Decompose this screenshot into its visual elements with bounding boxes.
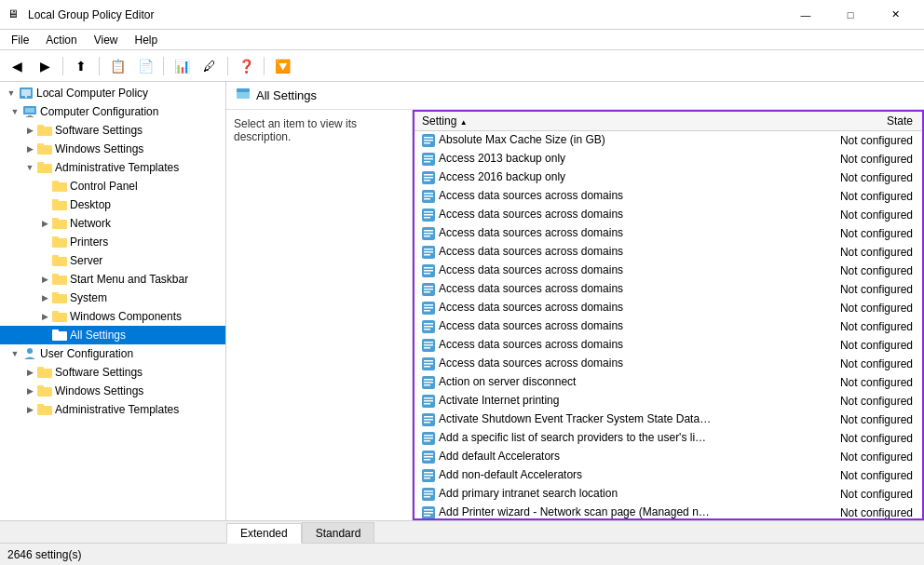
- menu-item-view[interactable]: View: [87, 32, 126, 48]
- expander-all: ▶: [37, 328, 52, 343]
- setting-cell: Add non-default Accelerators: [414, 466, 719, 485]
- table-row[interactable]: Access data sources across domainsNot co…: [414, 262, 922, 280]
- setting-cell: Add default Accelerators: [414, 448, 719, 466]
- state-cell: Not configured: [719, 392, 922, 410]
- policy-row-icon: [422, 227, 435, 240]
- main-container: ▼ Local Computer Policy ▼ Computer Confi…: [0, 82, 924, 520]
- up-button[interactable]: ⬆: [68, 53, 94, 79]
- svg-rect-87: [424, 347, 430, 349]
- sidebar-item-system[interactable]: ▶ System: [0, 289, 225, 307]
- table-row[interactable]: Add non-default AcceleratorsNot configur…: [414, 466, 922, 485]
- settings-table-container[interactable]: Setting State Absolute Max Cache Size (i…: [414, 112, 922, 518]
- table-row[interactable]: Add Printer wizard - Network scan page (…: [414, 504, 922, 519]
- table-row[interactable]: Access data sources across domainsNot co…: [414, 206, 922, 224]
- sidebar-item-admin-templates[interactable]: ▼ Administrative Templates: [0, 158, 225, 177]
- expander-software: ▶: [22, 123, 37, 138]
- setting-name: Access data sources across domains: [439, 226, 623, 239]
- tab-standard[interactable]: Standard: [302, 522, 375, 543]
- folder-system-icon: [52, 290, 67, 305]
- table-row[interactable]: Access data sources across domainsNot co…: [414, 187, 922, 206]
- folder-all-icon: [52, 328, 67, 343]
- help-button[interactable]: ❓: [233, 53, 259, 79]
- sidebar-item-server[interactable]: ▶ Server: [0, 251, 225, 270]
- expander-admin: ▼: [22, 160, 37, 175]
- close-button[interactable]: ✕: [874, 0, 917, 30]
- description-text: Select an item to view its description.: [234, 117, 357, 143]
- svg-rect-58: [424, 214, 433, 216]
- table-row[interactable]: Activate Shutdown Event Tracker System S…: [414, 410, 922, 429]
- svg-rect-81: [424, 323, 433, 325]
- forward-button[interactable]: ▶: [32, 53, 58, 79]
- svg-rect-42: [424, 140, 433, 141]
- toolbar-separator-4: [227, 57, 228, 75]
- start-menu-label: Start Menu and Taskbar: [70, 273, 188, 286]
- table-row[interactable]: Access data sources across domainsNot co…: [414, 355, 922, 373]
- menu-item-help[interactable]: Help: [128, 32, 166, 48]
- svg-rect-57: [424, 211, 433, 213]
- sidebar-item-software-settings-user[interactable]: ▶ Software Settings: [0, 363, 225, 382]
- table-row[interactable]: Access 2016 backup onlyNot configured: [414, 168, 922, 187]
- table-row[interactable]: Absolute Max Cache Size (in GB)Not confi…: [414, 131, 922, 150]
- sidebar-item-windows-settings[interactable]: ▶ Windows Settings: [0, 140, 225, 158]
- table-row[interactable]: Add a specific list of search providers …: [414, 429, 922, 448]
- sidebar-item-user-config[interactable]: ▼ User Configuration: [0, 344, 225, 363]
- column-setting[interactable]: Setting: [414, 112, 719, 131]
- properties[interactable]: 🖊: [197, 53, 223, 79]
- setting-cell: Access data sources across domains: [414, 206, 719, 224]
- svg-rect-61: [424, 230, 433, 232]
- folder-server-icon: [52, 253, 67, 268]
- sidebar-item-software-settings[interactable]: ▶ Software Settings: [0, 121, 225, 140]
- setting-cell: Absolute Max Cache Size (in GB): [414, 131, 719, 150]
- svg-rect-5: [28, 115, 32, 116]
- sidebar-item-computer-config[interactable]: ▼ Computer Configuration: [0, 102, 225, 121]
- table-row[interactable]: Add primary intranet search locationNot …: [414, 485, 922, 504]
- svg-rect-65: [424, 249, 433, 250]
- table-row[interactable]: Access data sources across domainsNot co…: [414, 336, 922, 355]
- sidebar-item-root[interactable]: ▼ Local Computer Policy: [0, 84, 225, 102]
- state-cell: Not configured: [719, 429, 922, 448]
- menu-item-file[interactable]: File: [4, 32, 36, 48]
- svg-rect-102: [424, 419, 433, 421]
- minimize-button[interactable]: —: [784, 0, 827, 30]
- sidebar-item-control-panel[interactable]: ▶ Control Panel: [0, 177, 225, 195]
- sidebar-item-windows-settings-user[interactable]: ▶ Windows Settings: [0, 382, 225, 400]
- svg-rect-39: [237, 88, 250, 92]
- content-header: All Settings: [226, 82, 924, 110]
- svg-rect-51: [424, 180, 430, 182]
- menu-item-action[interactable]: Action: [38, 32, 84, 48]
- tabs-bar: ExtendedStandard: [0, 520, 924, 543]
- column-state[interactable]: State: [719, 112, 922, 131]
- state-cell: Not configured: [719, 262, 922, 280]
- sidebar-item-network[interactable]: ▶ Network: [0, 214, 225, 233]
- policy-row-icon: [422, 395, 435, 408]
- table-row[interactable]: Access data sources across domainsNot co…: [414, 299, 922, 317]
- root-icon: [19, 86, 34, 101]
- back-button[interactable]: ◀: [4, 53, 30, 79]
- svg-rect-41: [424, 137, 433, 139]
- show-hide-console-tree[interactable]: 📋: [104, 53, 130, 79]
- folder-start-icon: [52, 272, 67, 287]
- new-window[interactable]: 📄: [132, 53, 158, 79]
- table-row[interactable]: Access data sources across domainsNot co…: [414, 224, 922, 243]
- export-list[interactable]: 📊: [169, 53, 195, 79]
- sidebar-item-start-menu[interactable]: ▶ Start Menu and Taskbar: [0, 270, 225, 289]
- svg-rect-105: [424, 435, 433, 437]
- sidebar-item-all-settings[interactable]: ▶ All Settings: [0, 326, 225, 344]
- sidebar-item-desktop[interactable]: ▶ Desktop: [0, 195, 225, 214]
- filter-button[interactable]: 🔽: [269, 53, 295, 79]
- table-row[interactable]: Access 2013 backup onlyNot configured: [414, 150, 922, 168]
- svg-rect-93: [424, 379, 433, 381]
- table-row[interactable]: Action on server disconnectNot configure…: [414, 373, 922, 392]
- sidebar-item-windows-components[interactable]: ▶ Windows Components: [0, 307, 225, 326]
- sidebar-item-admin-templates-user[interactable]: ▶ Administrative Templates: [0, 400, 225, 419]
- table-row[interactable]: Add default AcceleratorsNot configured: [414, 448, 922, 466]
- table-row[interactable]: Activate Internet printingNot configured: [414, 392, 922, 410]
- tab-extended[interactable]: Extended: [226, 523, 302, 544]
- table-row[interactable]: Access data sources across domainsNot co…: [414, 243, 922, 262]
- table-row[interactable]: Access data sources across domainsNot co…: [414, 280, 922, 299]
- table-row[interactable]: Access data sources across domainsNot co…: [414, 317, 922, 336]
- svg-rect-30: [52, 330, 59, 333]
- sidebar-item-printers[interactable]: ▶ Printers: [0, 233, 225, 251]
- policy-row-icon: [422, 246, 435, 259]
- maximize-button[interactable]: □: [829, 0, 872, 30]
